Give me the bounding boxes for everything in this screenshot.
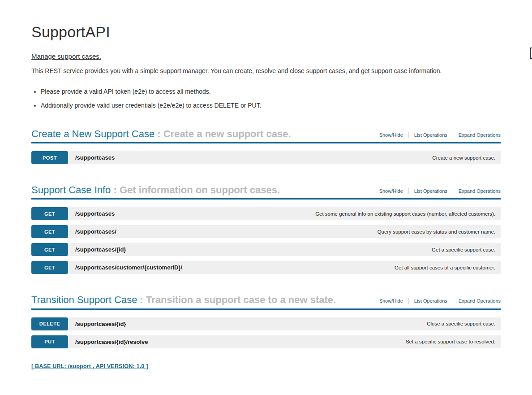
expand-operations-link[interactable]: Expand Operations bbox=[453, 299, 501, 304]
base-url-link[interactable]: [ BASE URL: /support , API VERSION: 1.0 … bbox=[31, 363, 148, 369]
method-badge[interactable]: GET bbox=[31, 243, 68, 256]
section-heading: Create a New Support Case : Create a new… bbox=[31, 129, 291, 139]
operation-path[interactable]: /supportcases/{id}/resolve bbox=[75, 339, 148, 345]
page-title: SupportAPI bbox=[31, 23, 501, 41]
operation-path[interactable]: /supportcases bbox=[75, 154, 115, 161]
operation-summary: Get all support cases of a specific cust… bbox=[395, 265, 495, 270]
expand-operations-link[interactable]: Expand Operations bbox=[453, 189, 501, 194]
section-heading: Transition Support Case : Transition a s… bbox=[31, 295, 336, 305]
operation-row[interactable]: GET /supportcases Get some general info … bbox=[31, 207, 501, 220]
operation-summary: Get some general info on existing suppor… bbox=[315, 211, 495, 217]
method-badge[interactable]: GET bbox=[31, 207, 68, 220]
list-operations-link[interactable]: List Operations bbox=[409, 189, 453, 194]
note-user-credentials: Additionally provide valid user credenti… bbox=[41, 102, 501, 109]
show-hide-link[interactable]: Show/Hide bbox=[379, 133, 408, 138]
section-controls: Show/Hide List Operations Expand Operati… bbox=[379, 188, 501, 195]
section-title[interactable]: Transition Support Case bbox=[31, 294, 137, 305]
sections: Create a New Support Case : Create a new… bbox=[31, 129, 501, 348]
operation-row[interactable]: DELETE /supportcases/{id} Close a specif… bbox=[31, 317, 501, 330]
operation-summary: Query support cases by status and custom… bbox=[378, 229, 495, 234]
show-hide-link[interactable]: Show/Hide bbox=[379, 299, 408, 304]
section-heading: Support Case Info : Get information on s… bbox=[31, 185, 280, 195]
operation-row[interactable]: GET /supportcases/customer/{customerID}/… bbox=[31, 261, 501, 274]
section-controls: Show/Hide List Operations Expand Operati… bbox=[379, 298, 501, 306]
api-section: Create a New Support Case : Create a new… bbox=[31, 129, 501, 164]
operations: GET /supportcases Get some general info … bbox=[31, 207, 501, 274]
operations: POST /supportcases Create a new support … bbox=[31, 151, 501, 164]
operation-path[interactable]: /supportcases/{id} bbox=[75, 246, 126, 253]
section-subtitle: Create a new support case. bbox=[163, 128, 291, 139]
auth-notes-list: Please provide a valid API token (e2e) t… bbox=[31, 88, 501, 109]
section-subtitle: Get information on support cases. bbox=[120, 184, 280, 195]
section-title[interactable]: Support Case Info bbox=[31, 184, 111, 195]
list-operations-link[interactable]: List Operations bbox=[409, 133, 453, 138]
manage-support-cases-link[interactable]: Manage support cases. bbox=[31, 52, 101, 60]
list-operations-link[interactable]: List Operations bbox=[409, 299, 453, 304]
section-header: Create a New Support Case : Create a new… bbox=[31, 129, 501, 143]
operation-row[interactable]: POST /supportcases Create a new support … bbox=[31, 151, 501, 164]
api-section: Support Case Info : Get information on s… bbox=[31, 185, 501, 274]
operation-summary: Get a specific support case. bbox=[432, 247, 495, 252]
show-hide-link[interactable]: Show/Hide bbox=[379, 189, 408, 194]
text-cursor-icon bbox=[529, 48, 532, 59]
section-header: Transition Support Case : Transition a s… bbox=[31, 295, 501, 309]
operation-summary: Create a new support case. bbox=[432, 155, 495, 161]
operation-row[interactable]: GET /supportcases/ Query support cases b… bbox=[31, 225, 501, 238]
api-doc-page: SupportAPI Manage support cases. This RE… bbox=[31, 0, 501, 370]
method-badge[interactable]: GET bbox=[31, 225, 68, 238]
method-badge[interactable]: GET bbox=[31, 261, 68, 274]
section-header: Support Case Info : Get information on s… bbox=[31, 185, 501, 200]
section-title-separator: : bbox=[154, 128, 163, 139]
section-controls: Show/Hide List Operations Expand Operati… bbox=[379, 132, 501, 139]
operation-row[interactable]: PUT /supportcases/{id}/resolve Set a spe… bbox=[31, 335, 501, 348]
section-title-separator: : bbox=[111, 184, 120, 195]
method-badge[interactable]: DELETE bbox=[31, 317, 68, 330]
operation-path[interactable]: /supportcases bbox=[75, 210, 115, 217]
api-section: Transition Support Case : Transition a s… bbox=[31, 295, 501, 348]
operations: DELETE /supportcases/{id} Close a specif… bbox=[31, 317, 501, 348]
operation-path[interactable]: /supportcases/{id} bbox=[75, 321, 126, 327]
section-title-separator: : bbox=[137, 294, 146, 305]
method-badge[interactable]: POST bbox=[31, 151, 68, 164]
operation-path[interactable]: /supportcases/customer/{customerID}/ bbox=[75, 264, 182, 271]
section-title[interactable]: Create a New Support Case bbox=[31, 128, 154, 139]
operation-row[interactable]: GET /supportcases/{id} Get a specific su… bbox=[31, 243, 501, 256]
operation-path[interactable]: /supportcases/ bbox=[75, 228, 116, 235]
method-badge[interactable]: PUT bbox=[31, 335, 68, 348]
note-api-token: Please provide a valid API token (e2e) t… bbox=[41, 88, 501, 95]
section-subtitle: Transition a support case to a new state… bbox=[146, 294, 336, 305]
expand-operations-link[interactable]: Expand Operations bbox=[453, 133, 501, 138]
operation-summary: Set a specific support case to resolved. bbox=[406, 339, 495, 344]
service-description: This REST service provides you with a si… bbox=[31, 67, 501, 74]
operation-summary: Close a specific support case. bbox=[427, 321, 495, 326]
